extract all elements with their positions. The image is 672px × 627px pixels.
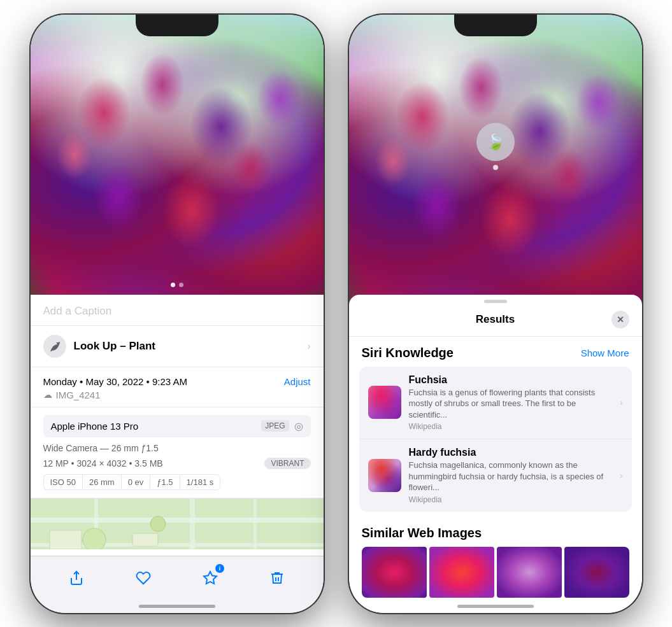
- right-flower-photo: [349, 15, 642, 307]
- left-phone-screen: Add a Caption Look Up – Plant › Monday •…: [31, 15, 324, 613]
- siri-circle: 🍃: [476, 123, 515, 161]
- right-phone: 🍃 Results ✕ Siri Knowledge Show More: [349, 15, 642, 613]
- hardy-thumbnail: [368, 459, 401, 492]
- camera-detail-text: Wide Camera — 26 mm ƒ1.5: [43, 443, 159, 453]
- camera-header: Apple iPhone 13 Pro JPEG ◎: [43, 415, 311, 437]
- jpeg-badge: JPEG: [261, 420, 289, 432]
- svg-rect-5: [254, 498, 257, 549]
- favorite-button[interactable]: [132, 567, 155, 589]
- exif-ev: 0 ev: [121, 474, 150, 490]
- filename-row: ☁ IMG_4241: [43, 390, 311, 400]
- share-button[interactable]: [65, 567, 88, 589]
- location-icon: ◎: [294, 420, 303, 432]
- right-home-indicator: [457, 605, 534, 608]
- similar-img-2[interactable]: [429, 547, 494, 598]
- info-badge: i: [215, 564, 224, 573]
- hardy-info: Hardy fuchsia Fuchsia magellanica, commo…: [409, 447, 612, 504]
- lookup-row[interactable]: Look Up – Plant ›: [31, 326, 324, 367]
- date-section: Monday • May 30, 2022 • 9:23 AM Adjust ☁…: [31, 367, 324, 407]
- svg-marker-13: [204, 572, 217, 584]
- similar-img-1[interactable]: [362, 547, 427, 598]
- format-badges: JPEG ◎: [261, 420, 303, 432]
- fuchsia-chevron-icon: ›: [620, 397, 623, 407]
- flower-overlay: [31, 15, 324, 295]
- sparkle-icon: [203, 570, 218, 586]
- date-text: Monday • May 30, 2022 • 9:23 AM: [43, 376, 187, 387]
- lookup-label: Look Up – Plant: [74, 340, 155, 353]
- left-phone: Add a Caption Look Up – Plant › Monday •…: [31, 15, 324, 613]
- knowledge-item-hardy[interactable]: Hardy fuchsia Fuchsia magellanica, commo…: [359, 439, 632, 512]
- exif-iso: ISO 50: [43, 474, 82, 490]
- svg-point-7: [150, 516, 166, 532]
- hardy-chevron-icon: ›: [620, 470, 623, 481]
- similar-img-4[interactable]: [564, 547, 629, 598]
- exif-aperture: ƒ1.5: [150, 474, 179, 490]
- scroll-content: Siri Knowledge Show More Fuchsia Fuchsia…: [349, 337, 642, 613]
- results-header: Results ✕: [349, 306, 642, 337]
- camera-section: Apple iPhone 13 Pro JPEG ◎ Wide Camera —…: [31, 407, 324, 498]
- results-handle: [484, 300, 507, 303]
- share-icon: [69, 570, 84, 586]
- caption-placeholder[interactable]: Add a Caption: [43, 305, 112, 317]
- photo-area[interactable]: [31, 15, 324, 295]
- resolution-row: 12 MP • 3024 × 4032 • 3.5 MB VIBRANT: [43, 458, 311, 469]
- heart-icon: [136, 570, 151, 586]
- siri-knowledge-header: Siri Knowledge Show More: [349, 337, 642, 367]
- svg-rect-1: [31, 518, 324, 523]
- caption-area[interactable]: Add a Caption: [31, 295, 324, 326]
- camera-detail-row: Wide Camera — 26 mm ƒ1.5: [43, 442, 311, 454]
- date-row: Monday • May 30, 2022 • 9:23 AM Adjust: [43, 376, 311, 387]
- fuchsia-info: Fuchsia Fuchsia is a genus of flowering …: [409, 374, 612, 432]
- dot-active: [171, 283, 175, 287]
- adjust-button[interactable]: Adjust: [284, 376, 311, 387]
- svg-point-6: [83, 528, 106, 549]
- fuchsia-thumbnail: [368, 386, 401, 419]
- map-area[interactable]: [31, 498, 324, 549]
- fuchsia-name: Fuchsia: [409, 374, 612, 386]
- right-phone-screen: 🍃 Results ✕ Siri Knowledge Show More: [349, 15, 642, 613]
- svg-rect-4: [190, 498, 195, 549]
- lookup-bold: Look Up –: [74, 340, 126, 352]
- right-notch: [454, 15, 537, 36]
- siri-leaf-icon: 🍃: [486, 133, 505, 151]
- siri-knowledge-title: Siri Knowledge: [362, 346, 454, 360]
- show-more-button[interactable]: Show More: [581, 348, 629, 358]
- results-title: Results: [380, 313, 611, 326]
- flower-photo: [31, 15, 324, 295]
- exif-mm: 26 mm: [82, 474, 121, 490]
- trash-icon: [269, 570, 285, 586]
- similar-title: Similar Web Images: [362, 526, 629, 540]
- hardy-name: Hardy fuchsia: [409, 447, 612, 458]
- cloud-icon: ☁: [43, 390, 52, 400]
- vibrant-badge: VIBRANT: [264, 458, 310, 469]
- exif-row: ISO 50 26 mm 0 ev ƒ1.5 1/181 s: [43, 474, 311, 490]
- similar-section: Similar Web Images: [349, 517, 642, 604]
- dot-1: [179, 283, 183, 287]
- hardy-thumb-img: [368, 459, 401, 492]
- lookup-icon: [43, 335, 66, 358]
- right-photo-area: 🍃: [349, 15, 642, 307]
- hardy-desc: Fuchsia magellanica, commonly known as t…: [409, 460, 612, 493]
- siri-dot: [493, 165, 498, 170]
- right-flower-overlay: [349, 15, 642, 307]
- resolution-text: 12 MP • 3024 × 4032 • 3.5 MB: [43, 458, 163, 468]
- similar-images[interactable]: [362, 547, 629, 598]
- info-badge-i: i: [219, 565, 221, 572]
- camera-model: Apple iPhone 13 Pro: [51, 421, 139, 432]
- dot-indicator: [171, 283, 183, 287]
- hardy-source: Wikipedia: [409, 495, 612, 504]
- results-panel[interactable]: Results ✕ Siri Knowledge Show More: [349, 295, 642, 613]
- home-indicator: [139, 605, 215, 608]
- close-button[interactable]: ✕: [611, 311, 629, 328]
- svg-rect-9: [132, 533, 158, 546]
- knowledge-item-fuchsia[interactable]: Fuchsia Fuchsia is a genus of flowering …: [359, 367, 632, 440]
- fuchsia-thumb-img: [368, 386, 401, 419]
- chevron-right-icon: ›: [307, 341, 310, 352]
- filename-text: IMG_4241: [56, 390, 101, 400]
- leaf-icon: [48, 340, 61, 353]
- knowledge-card: Fuchsia Fuchsia is a genus of flowering …: [359, 367, 632, 512]
- info-button[interactable]: i: [199, 567, 222, 589]
- lookup-subject: Plant: [129, 340, 155, 352]
- similar-img-3[interactable]: [497, 547, 562, 598]
- delete-button[interactable]: [266, 567, 289, 589]
